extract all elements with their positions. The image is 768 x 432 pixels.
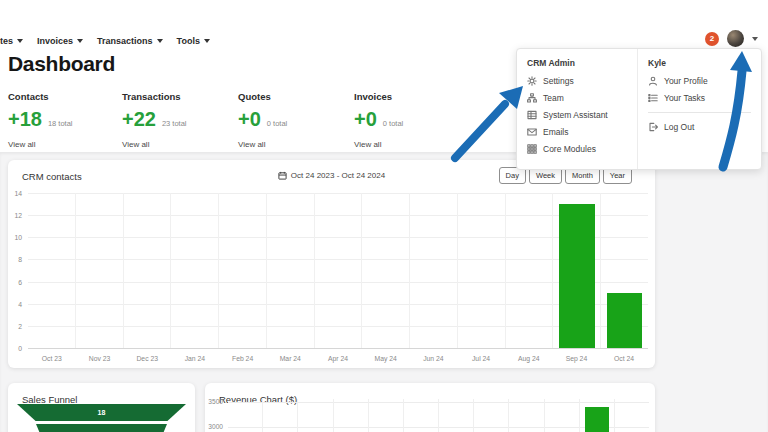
profile-menu-caret-icon[interactable] <box>752 37 758 41</box>
chart-column <box>505 193 553 348</box>
profile-dropdown-menu: CRM Admin Settings Team System Assistant… <box>516 48 762 170</box>
chevron-down-icon <box>157 39 163 43</box>
bar-sep-24 <box>559 204 595 348</box>
gear-icon <box>527 76 537 86</box>
menu-item-label: Your Tasks <box>664 93 705 103</box>
view-all-link[interactable]: View all <box>354 140 470 149</box>
x-axis-label: Aug 24 <box>505 355 553 362</box>
chart-column <box>508 399 543 432</box>
y-axis-tick: 8 <box>18 256 22 263</box>
funnel-stage-value: 18 <box>98 409 106 416</box>
stats-row: Contacts +18 18 total View all Transacti… <box>8 91 470 149</box>
menu-item-settings[interactable]: Settings <box>527 76 627 86</box>
stat-delta: +0 <box>354 108 377 131</box>
sitemap-icon <box>527 93 537 103</box>
revenue-bar <box>585 407 609 432</box>
revenue-chart-plot <box>228 399 649 432</box>
chart-column <box>473 399 508 432</box>
stat-card-transactions: Transactions +22 23 total View all <box>122 91 238 149</box>
page-title: Dashboard <box>8 52 115 76</box>
x-axis-label: Nov 23 <box>76 355 124 362</box>
chart-column <box>403 399 438 432</box>
nav-item-label: Transactions <box>97 36 153 46</box>
funnel-stage-2 <box>36 424 167 432</box>
y-axis-tick: 14 <box>14 190 22 197</box>
y-axis-tick: 2 <box>18 322 22 329</box>
menu-item-label: Log Out <box>664 122 694 132</box>
menu-item-core-modules[interactable]: Core Modules <box>527 144 627 154</box>
chart-column <box>438 399 473 432</box>
crm-chart-ylabels: 14121086420 <box>7 193 25 348</box>
menu-item-label: System Assistant <box>543 110 608 120</box>
notification-badge[interactable]: 2 <box>705 32 719 46</box>
chart-column <box>579 399 614 432</box>
menu-header: Kyle <box>648 58 751 68</box>
crm-admin-menu: CRM Admin Settings Team System Assistant… <box>517 49 638 169</box>
chart-column <box>457 193 505 348</box>
x-axis-label: Sep 24 <box>553 355 601 362</box>
nav-item-quotes[interactable]: tes <box>0 36 23 46</box>
stat-delta: +0 <box>238 108 261 131</box>
chevron-down-icon <box>77 39 83 43</box>
chart-column <box>262 399 297 432</box>
panel-title: Sales Funnel <box>22 394 77 405</box>
menu-item-system-assistant[interactable]: System Assistant <box>527 110 627 120</box>
menu-header: CRM Admin <box>527 58 627 68</box>
menu-item-label: Settings <box>543 76 574 86</box>
chart-column <box>409 193 457 348</box>
view-all-link[interactable]: View all <box>8 140 122 149</box>
menu-item-emails[interactable]: Emails <box>527 127 627 137</box>
crm-chart-xlabels: Oct 23Nov 23Dec 23Jan 24Feb 24Mar 24Apr … <box>28 355 648 362</box>
stat-total: 0 total <box>383 119 403 128</box>
stat-total: 18 total <box>48 119 73 128</box>
table-icon <box>527 110 537 120</box>
chart-column <box>228 399 262 432</box>
menu-item-your-tasks[interactable]: Your Tasks <box>648 93 751 103</box>
y-axis-tick: 4 <box>18 300 22 307</box>
menu-item-your-profile[interactable]: Your Profile <box>648 76 751 86</box>
stat-total: 0 total <box>267 119 287 128</box>
revenue-chart-ylabels: 35003000 <box>205 383 226 432</box>
grid-icon <box>527 144 537 154</box>
avatar[interactable] <box>727 30 744 47</box>
stat-label: Quotes <box>238 91 354 102</box>
y-axis-tick: 3000 <box>208 423 223 430</box>
chart-column <box>361 193 409 348</box>
x-axis-label: Mar 24 <box>266 355 314 362</box>
stat-delta: +22 <box>122 108 156 131</box>
menu-divider <box>648 112 751 113</box>
chart-columns <box>28 193 648 348</box>
y-axis-tick: 10 <box>14 234 22 241</box>
chart-column <box>368 399 403 432</box>
x-axis-label: Jul 24 <box>457 355 505 362</box>
nav-item-tools[interactable]: Tools <box>177 36 210 46</box>
stat-label: Contacts <box>8 91 122 102</box>
bar-oct-24 <box>607 293 643 348</box>
nav-item-invoices[interactable]: Invoices <box>37 36 83 46</box>
menu-item-team[interactable]: Team <box>527 93 627 103</box>
x-axis-label: Feb 24 <box>219 355 267 362</box>
nav-item-label: tes <box>0 36 13 46</box>
x-axis-label: Oct 23 <box>28 355 76 362</box>
menu-item-label: Your Profile <box>664 76 708 86</box>
chevron-down-icon <box>204 39 210 43</box>
stat-card-contacts: Contacts +18 18 total View all <box>8 91 122 149</box>
logout-icon <box>648 122 658 132</box>
funnel-stage-1: 18 <box>17 404 186 421</box>
chart-column <box>314 193 362 348</box>
x-axis-label: Oct 24 <box>600 355 648 362</box>
x-axis-label: Jan 24 <box>171 355 219 362</box>
chart-column <box>170 193 218 348</box>
stat-label: Invoices <box>354 91 470 102</box>
menu-item-log-out[interactable]: Log Out <box>648 122 751 132</box>
view-all-link[interactable]: View all <box>238 140 354 149</box>
menu-item-label: Core Modules <box>543 144 596 154</box>
x-axis-label: Apr 24 <box>314 355 362 362</box>
x-axis-label: Jun 24 <box>410 355 458 362</box>
chart-column <box>552 193 600 348</box>
nav-item-transactions[interactable]: Transactions <box>97 36 163 46</box>
stat-label: Transactions <box>122 91 238 102</box>
x-axis-label: May 24 <box>362 355 410 362</box>
view-all-link[interactable]: View all <box>122 140 238 149</box>
chart-column <box>600 193 648 348</box>
